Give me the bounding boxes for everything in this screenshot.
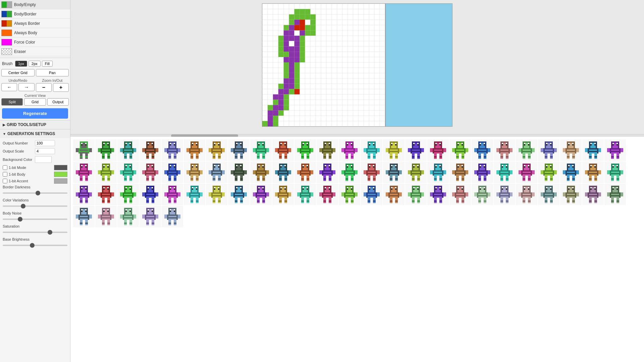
saturation-slider[interactable] [3,232,67,233]
brush-2px-button[interactable]: 2px [29,61,41,67]
list-item[interactable] [73,184,95,205]
list-item[interactable] [272,184,294,205]
color-row-always-body[interactable]: Always Body [0,28,70,38]
list-item[interactable] [228,162,250,183]
list-item[interactable] [560,139,582,161]
list-item[interactable] [117,184,139,205]
list-item[interactable] [184,139,205,161]
list-item[interactable] [73,162,95,183]
list-item[interactable] [339,184,360,205]
list-item[interactable] [560,162,582,183]
list-item[interactable] [184,162,205,183]
list-item[interactable] [449,139,471,161]
output-number-input[interactable] [35,140,55,146]
list-item[interactable] [494,139,515,161]
list-item[interactable] [538,184,559,205]
list-item[interactable] [427,184,449,205]
list-item[interactable] [206,139,227,161]
color-row-force-color[interactable]: Force Color [0,38,70,47]
list-item[interactable] [95,139,117,161]
list-item[interactable] [184,184,205,205]
list-item[interactable] [140,206,161,227]
redo-button[interactable]: → [18,83,34,91]
list-item[interactable] [582,162,604,183]
list-item[interactable] [294,162,316,183]
list-item[interactable] [538,162,559,183]
list-item[interactable] [361,184,382,205]
list-item[interactable] [250,162,272,183]
list-item[interactable] [317,139,338,161]
canvas-scrollbar[interactable] [70,134,644,137]
list-item[interactable] [405,184,427,205]
generation-settings-section-header[interactable]: ▼ GENERATION SETTINGS [0,129,70,138]
brush-fill-button[interactable]: Fill [42,61,53,67]
list-item[interactable] [494,162,515,183]
list-item[interactable] [516,184,537,205]
list-item[interactable] [339,162,360,183]
list-item[interactable] [117,139,139,161]
1bit-mode-checkbox[interactable] [3,165,7,170]
list-item[interactable] [95,184,117,205]
color-row-eraser[interactable]: Eraser [0,47,70,56]
list-item[interactable] [73,206,95,227]
list-item[interactable] [228,184,250,205]
list-item[interactable] [317,184,338,205]
color-row-body-empty[interactable]: Body/Empty [0,0,70,9]
color-row-always-border[interactable]: Always Border [0,19,70,28]
list-item[interactable] [582,139,604,161]
list-item[interactable] [140,184,161,205]
list-item[interactable] [604,184,626,205]
list-item[interactable] [339,139,360,161]
list-item[interactable] [361,139,382,161]
list-item[interactable] [117,162,139,183]
color-variations-slider[interactable] [3,205,67,207]
center-grid-button[interactable]: Center Grid [1,69,35,76]
list-item[interactable] [516,162,537,183]
list-item[interactable] [604,162,626,183]
1bit-accent-checkbox[interactable] [3,179,7,183]
list-item[interactable] [449,162,471,183]
list-item[interactable] [162,162,183,183]
list-item[interactable] [405,139,427,161]
list-item[interactable] [383,184,405,205]
list-item[interactable] [294,139,316,161]
list-item[interactable] [472,162,493,183]
list-item[interactable] [538,139,559,161]
list-item[interactable] [162,184,183,205]
body-noise-slider[interactable] [3,219,67,220]
view-output-button[interactable]: Output [47,98,69,106]
list-item[interactable] [117,206,139,227]
zoom-out-button[interactable]: − [36,83,52,92]
list-item[interactable] [472,184,493,205]
canvas-area[interactable] [70,0,644,134]
list-item[interactable] [294,184,316,205]
pixel-grid-canvas[interactable] [262,3,385,127]
list-item[interactable] [140,162,161,183]
view-grid-button[interactable]: Grid [24,98,46,106]
list-item[interactable] [405,162,427,183]
list-item[interactable] [494,184,515,205]
list-item[interactable] [449,184,471,205]
regenerate-button[interactable]: Regenerate [2,108,68,119]
list-item[interactable] [206,162,227,183]
zoom-in-button[interactable]: + [53,83,69,92]
list-item[interactable] [95,162,117,183]
grid-tools-section-header[interactable]: ▶ GRID TOOLS/SETUP [0,120,70,129]
view-split-button[interactable]: Split [1,98,23,106]
list-item[interactable] [516,139,537,161]
list-item[interactable] [560,184,582,205]
list-item[interactable] [383,162,405,183]
list-item[interactable] [317,162,338,183]
list-item[interactable] [140,139,161,161]
list-item[interactable] [427,139,449,161]
1bit-body-checkbox[interactable] [3,172,7,177]
base-brightness-slider[interactable] [3,245,67,246]
background-color-input[interactable] [35,156,52,163]
list-item[interactable] [272,162,294,183]
list-item[interactable] [73,139,95,161]
list-item[interactable] [272,139,294,161]
border-darkness-slider[interactable] [3,192,67,194]
list-item[interactable] [427,162,449,183]
list-item[interactable] [604,139,626,161]
list-item[interactable] [383,139,405,161]
